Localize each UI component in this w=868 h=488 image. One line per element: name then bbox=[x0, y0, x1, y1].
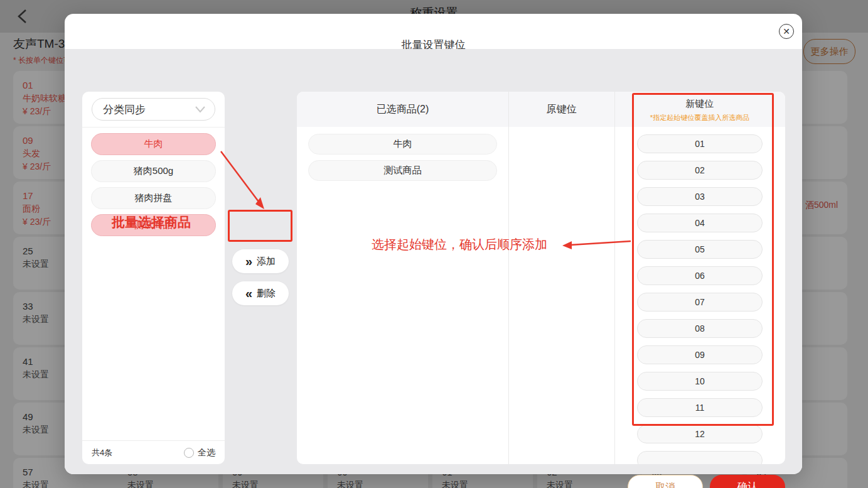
key-position-option[interactable]: 08 bbox=[637, 319, 763, 338]
key-position-option[interactable]: 07 bbox=[637, 293, 763, 312]
key-position-option[interactable]: 10 bbox=[637, 372, 763, 391]
select-all-toggle[interactable]: 全选 bbox=[184, 447, 215, 458]
select-all-label: 全选 bbox=[198, 447, 215, 458]
column-divider bbox=[614, 92, 615, 464]
new-key-note: *指定起始键位覆盖插入所选商品 bbox=[614, 113, 785, 122]
selected-product-item[interactable]: 测试商品 bbox=[308, 160, 497, 181]
remove-button-label: 删除 bbox=[257, 288, 276, 300]
remove-button[interactable]: « 删除 bbox=[232, 281, 289, 305]
key-position-option[interactable]: 02 bbox=[637, 161, 763, 180]
add-button[interactable]: » 添加 bbox=[232, 249, 289, 273]
product-picker-panel: 分类同步 牛肉猪肉500g猪肉拼盘测试商品 共4条 全选 bbox=[82, 92, 225, 464]
key-position-option[interactable]: 05 bbox=[637, 240, 763, 259]
key-assignment-panel: 已选商品(2) 原键位 新键位 *指定起始键位覆盖插入所选商品 牛肉测试商品 0… bbox=[297, 92, 785, 464]
column-divider bbox=[508, 92, 509, 464]
new-key-header: 新键位 bbox=[614, 98, 785, 110]
product-item[interactable]: 猪肉拼盘 bbox=[91, 187, 216, 209]
cancel-button[interactable]: 取消 bbox=[628, 475, 703, 488]
confirm-button[interactable]: 确认 bbox=[710, 475, 785, 488]
product-item[interactable]: 猪肉500g bbox=[91, 160, 216, 182]
key-position-option[interactable]: 06 bbox=[637, 266, 763, 285]
product-item[interactable]: 测试商品 bbox=[91, 214, 216, 236]
double-arrow-right-icon: » bbox=[245, 255, 252, 268]
original-key-header: 原键位 bbox=[508, 103, 614, 116]
selected-product-item[interactable]: 牛肉 bbox=[308, 134, 497, 155]
category-dropdown-label: 分类同步 bbox=[103, 102, 193, 117]
chevron-down-icon bbox=[193, 102, 207, 116]
batch-set-keys-modal: 批量设置键位 ✕ 分类同步 牛肉猪肉500g猪肉拼盘测试商品 共4条 全选 » bbox=[65, 14, 802, 474]
selected-products-list: 牛肉测试商品 bbox=[308, 134, 497, 181]
key-position-option-partial[interactable] bbox=[637, 451, 763, 464]
key-position-option[interactable]: 09 bbox=[637, 345, 763, 364]
add-button-label: 添加 bbox=[257, 256, 276, 268]
key-position-option[interactable]: 03 bbox=[637, 187, 763, 206]
key-position-option[interactable]: 11 bbox=[637, 398, 763, 417]
category-dropdown[interactable]: 分类同步 bbox=[92, 98, 215, 121]
key-position-option[interactable]: 01 bbox=[637, 134, 763, 153]
radio-icon bbox=[184, 448, 194, 458]
picker-footer: 共4条 全选 bbox=[82, 440, 225, 464]
total-count: 共4条 bbox=[92, 447, 112, 458]
product-list: 牛肉猪肉500g猪肉拼盘测试商品 bbox=[91, 133, 216, 236]
selected-products-header: 已选商品(2) bbox=[297, 103, 508, 116]
close-icon[interactable]: ✕ bbox=[779, 24, 794, 39]
key-position-option[interactable]: 12 bbox=[637, 425, 763, 443]
new-key-column: 010203040506070809101112 bbox=[637, 134, 763, 464]
product-item[interactable]: 牛肉 bbox=[91, 133, 216, 155]
new-key-list: 010203040506070809101112 bbox=[637, 134, 763, 443]
divider bbox=[82, 127, 225, 127]
key-position-option[interactable]: 04 bbox=[637, 214, 763, 232]
double-arrow-left-icon: « bbox=[245, 287, 252, 300]
modal-body: 分类同步 牛肉猪肉500g猪肉拼盘测试商品 共4条 全选 » 添加 « 删除 bbox=[65, 49, 802, 474]
